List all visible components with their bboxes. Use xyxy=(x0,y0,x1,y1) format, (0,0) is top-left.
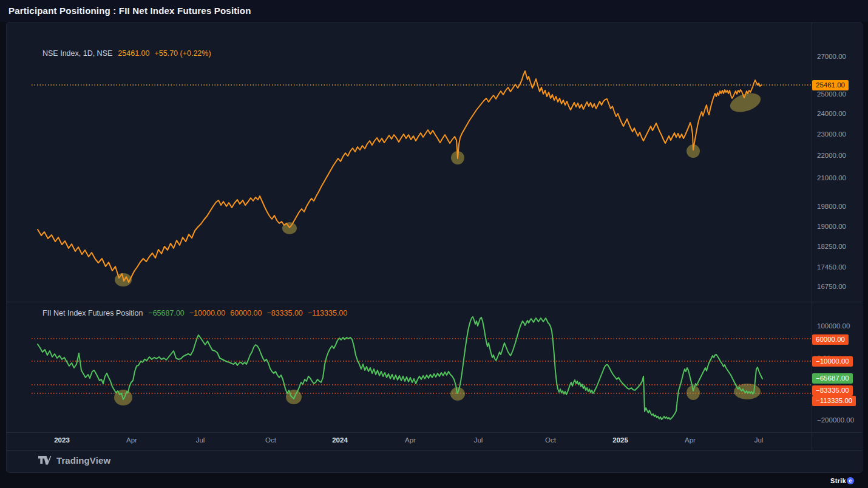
price-legend-symbol: NSE Index, 1D, NSE xyxy=(42,49,112,58)
axis-price-label: 27000.00 xyxy=(817,52,846,61)
screen: Participant Positioning : FII Net Index … xyxy=(0,0,868,488)
title-bar: Participant Positioning : FII Net Index … xyxy=(0,0,868,22)
time-axis-label: Apr xyxy=(685,436,696,444)
legend-value: −10000.00 xyxy=(189,309,225,317)
price-legend-values: 25461.00+55.70 (+0.22%) xyxy=(118,49,215,58)
time-axis-label: Jul xyxy=(754,436,764,444)
price-legend: NSE Index, 1D, NSE 25461.00+55.70 (+0.22… xyxy=(42,49,216,58)
legend-value: 25461.00 xyxy=(118,49,149,58)
indicator-legend: FII Net Index Futures Position −65687.00… xyxy=(42,309,352,317)
legend-value: −113335.00 xyxy=(308,309,347,317)
tradingview-logo[interactable]: TradingView xyxy=(38,455,110,466)
axis-price-label: 22000.00 xyxy=(817,151,846,160)
last-price-badge: 25461.00 xyxy=(812,80,849,90)
time-axis-label: Jul xyxy=(474,436,483,444)
level-price-badge: −10000.00 xyxy=(812,356,853,367)
indicator-legend-values: −65687.00−10000.0060000.00−83335.00−1133… xyxy=(148,309,352,317)
time-axis-label: 2025 xyxy=(612,436,628,444)
axis-price-label: 19800.00 xyxy=(817,202,846,211)
tradingview-logo-text: TradingView xyxy=(56,455,110,466)
axis-price-label: 21000.00 xyxy=(817,173,846,183)
price-pane-svg[interactable] xyxy=(32,41,812,302)
axis-price-label: 18250.00 xyxy=(817,242,846,251)
strike-logo-icon: e xyxy=(847,477,854,484)
axis-price-label: 17450.00 xyxy=(817,262,846,272)
time-axis-label: 2023 xyxy=(54,436,70,444)
axis-price-label: 16750.00 xyxy=(817,282,846,291)
highlight-circle xyxy=(687,385,700,400)
axis-price-label: 100000.00 xyxy=(817,321,850,331)
indicator-legend-symbol: FII Net Index Futures Position xyxy=(42,309,143,317)
legend-value: −83335.00 xyxy=(266,309,302,317)
axis-price-label: −200000.00 xyxy=(817,415,854,425)
series-line xyxy=(38,317,762,419)
level-price-badge: −113335.00 xyxy=(812,396,856,406)
time-axis-label: 2024 xyxy=(332,436,348,444)
toolbar-separator xyxy=(7,450,862,451)
strike-watermark-text: Strik xyxy=(830,477,846,484)
series-line xyxy=(38,71,762,282)
highlight-circle xyxy=(450,387,465,401)
strike-watermark[interactable]: Strike xyxy=(830,477,854,484)
time-axis-label: Apr xyxy=(126,436,137,444)
time-axis-label: Oct xyxy=(545,436,556,444)
axis-price-label: 24000.00 xyxy=(817,109,846,118)
axis-price-label: 25000.00 xyxy=(817,89,846,99)
legend-value: +55.70 (+0.22%) xyxy=(154,49,211,58)
page-title: Participant Positioning : FII Net Index … xyxy=(8,5,251,16)
level-price-badge: −65687.00 xyxy=(812,373,853,384)
legend-value: −65687.00 xyxy=(148,309,184,317)
time-axis-label: Apr xyxy=(405,436,416,444)
time-axis-label: Jul xyxy=(196,436,205,444)
time-axis-separator xyxy=(7,432,862,433)
indicator-pane-svg[interactable] xyxy=(32,302,812,432)
level-price-badge: 60000.00 xyxy=(812,334,849,345)
legend-value: 60000.00 xyxy=(230,309,262,317)
level-price-badge: −83335.00 xyxy=(812,385,853,396)
tradingview-icon xyxy=(38,456,52,466)
time-axis-label: Oct xyxy=(265,436,276,444)
axis-price-label: 19000.00 xyxy=(817,222,846,231)
axis-price-label: 23000.00 xyxy=(817,129,846,139)
highlight-circle xyxy=(282,222,297,234)
